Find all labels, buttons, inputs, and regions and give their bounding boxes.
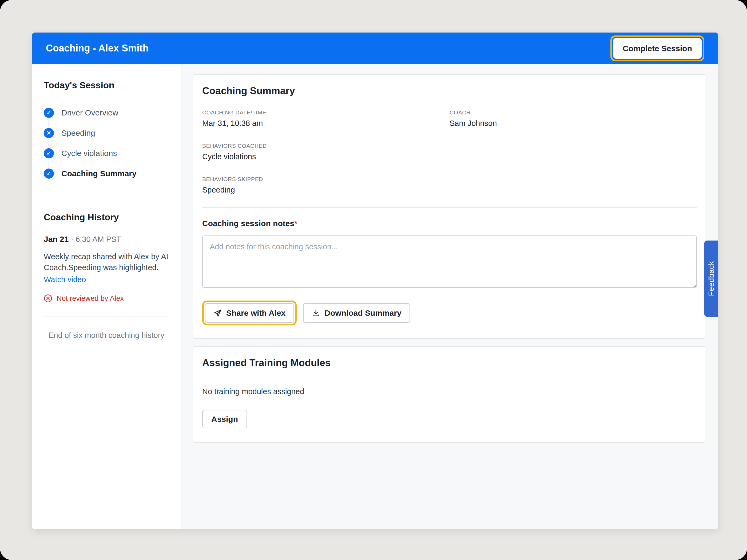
sidebar-divider bbox=[44, 317, 169, 317]
field-coach: COACH Sam Johnson bbox=[449, 109, 697, 128]
history-date-separator: · bbox=[71, 235, 73, 243]
training-modules-card: Assigned Training Modules No training mo… bbox=[192, 346, 706, 443]
field-behaviors-skipped: BEHAVIORS SKIPPED Speeding bbox=[202, 176, 449, 194]
stepper-item-driver-overview[interactable]: ✓ Driver Overview bbox=[44, 103, 169, 123]
training-modules-title: Assigned Training Modules bbox=[202, 357, 697, 369]
field-label: BEHAVIORS COACHED bbox=[202, 143, 449, 149]
required-asterisk: * bbox=[294, 219, 298, 228]
x-icon: ✕ bbox=[44, 128, 54, 138]
desktop-background: Coaching - Alex Smith Complete Session T… bbox=[0, 0, 747, 560]
field-value: Speeding bbox=[202, 186, 449, 194]
stepper-item-label: Cycle violations bbox=[61, 149, 117, 158]
summary-actions: Share with Alex Download Summary bbox=[202, 300, 697, 325]
history-date-row: Jan 21 · 6:30 AM PST bbox=[44, 235, 169, 244]
session-notes-label: Coaching session notes* bbox=[202, 219, 697, 228]
sidebar-divider bbox=[44, 197, 169, 198]
field-label: BEHAVIORS SKIPPED bbox=[202, 176, 449, 182]
coaching-summary-card: Coaching Summary COACHING DATE/TIME Mar … bbox=[192, 74, 706, 339]
stepper-item-label: Driver Overview bbox=[61, 108, 118, 117]
session-notes-input[interactable] bbox=[202, 236, 697, 288]
history-entry: Jan 21 · 6:30 AM PST Weekly recap shared… bbox=[44, 235, 169, 303]
download-button-label: Download Summary bbox=[325, 309, 401, 317]
watch-video-link[interactable]: Watch video bbox=[44, 275, 86, 284]
history-time: 6:30 AM PST bbox=[76, 235, 121, 243]
share-button-label: Share with Alex bbox=[226, 309, 285, 317]
history-date: Jan 21 bbox=[44, 235, 69, 243]
feedback-tab[interactable]: Feedback bbox=[704, 241, 718, 317]
share-with-alex-button[interactable]: Share with Alex bbox=[205, 303, 294, 323]
sidebar: Today's Session ✓ Driver Overview ✕ Spee… bbox=[32, 64, 181, 529]
check-icon: ✓ bbox=[44, 148, 54, 158]
history-description: Weekly recap shared with Alex by AI Coac… bbox=[44, 251, 169, 273]
send-icon bbox=[213, 309, 222, 317]
session-notes-label-text: Coaching session notes bbox=[202, 219, 294, 228]
check-icon: ✓ bbox=[44, 168, 54, 179]
field-behaviors-coached: BEHAVIORS COACHED Cycle violations bbox=[202, 143, 449, 161]
field-value: Mar 31, 10:38 am bbox=[202, 119, 449, 128]
history-end-note: End of six month coaching history bbox=[44, 331, 169, 340]
download-summary-button[interactable]: Download Summary bbox=[303, 303, 410, 323]
app-window: Coaching - Alex Smith Complete Session T… bbox=[32, 32, 718, 529]
assign-button[interactable]: Assign bbox=[202, 410, 247, 428]
field-label: COACHING DATE/TIME bbox=[202, 109, 449, 116]
field-value: Sam Johnson bbox=[449, 119, 697, 128]
stepper-item-speeding[interactable]: ✕ Speeding bbox=[44, 123, 169, 143]
error-circle-icon bbox=[44, 294, 52, 303]
field-value: Cycle violations bbox=[202, 152, 449, 161]
coaching-history-title: Coaching History bbox=[44, 212, 169, 222]
stepper-item-label: Coaching Summary bbox=[61, 169, 136, 178]
check-icon: ✓ bbox=[44, 108, 54, 118]
complete-session-highlight-ring: Complete Session bbox=[611, 35, 704, 61]
complete-session-button[interactable]: Complete Session bbox=[613, 38, 702, 59]
main-content: Coaching Summary COACHING DATE/TIME Mar … bbox=[181, 64, 718, 529]
header: Coaching - Alex Smith Complete Session bbox=[32, 32, 718, 64]
card-divider bbox=[202, 207, 697, 208]
field-label: COACH bbox=[449, 109, 697, 116]
coaching-summary-title: Coaching Summary bbox=[202, 85, 697, 97]
feedback-tab-label: Feedback bbox=[707, 261, 716, 296]
stepper-item-label: Speeding bbox=[61, 129, 95, 138]
content-row: Today's Session ✓ Driver Overview ✕ Spee… bbox=[32, 64, 718, 529]
summary-fields: COACHING DATE/TIME Mar 31, 10:38 am COAC… bbox=[202, 109, 697, 194]
download-icon bbox=[312, 309, 320, 317]
training-modules-empty-text: No training modules assigned bbox=[202, 387, 697, 396]
page-title: Coaching - Alex Smith bbox=[46, 43, 149, 54]
todays-session-title: Today's Session bbox=[44, 80, 169, 90]
history-status: Not reviewed by Alex bbox=[44, 294, 169, 303]
field-coaching-datetime: COACHING DATE/TIME Mar 31, 10:38 am bbox=[202, 109, 449, 128]
stepper-item-coaching-summary[interactable]: ✓ Coaching Summary bbox=[44, 163, 169, 184]
session-stepper: ✓ Driver Overview ✕ Speeding ✓ Cycle vio… bbox=[44, 103, 169, 184]
history-status-text: Not reviewed by Alex bbox=[56, 294, 124, 303]
share-highlight-ring: Share with Alex bbox=[202, 300, 297, 325]
stepper-item-cycle-violations[interactable]: ✓ Cycle violations bbox=[44, 143, 169, 163]
